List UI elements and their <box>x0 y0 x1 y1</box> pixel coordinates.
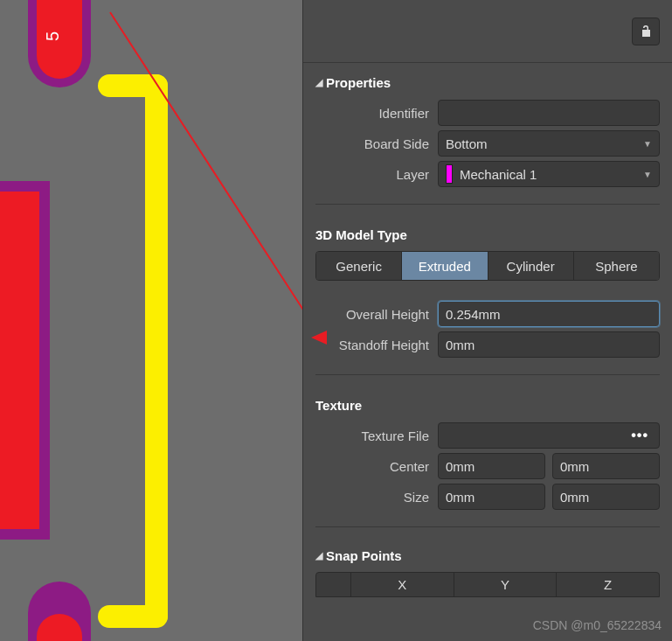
board-side-select[interactable]: Bottom ▼ <box>438 130 660 157</box>
section-header-properties[interactable]: ◢ Properties <box>315 70 660 95</box>
collapse-icon: ◢ <box>315 550 322 561</box>
unlock-button[interactable] <box>632 17 660 45</box>
model-type-segmented: Generic Extruded Cylinder Sphere <box>315 251 660 281</box>
browse-button[interactable]: ••• <box>631 428 652 443</box>
center-y-input[interactable] <box>552 453 660 479</box>
divider <box>315 374 660 375</box>
center-label: Center <box>315 459 429 474</box>
chevron-down-icon: ▼ <box>643 170 652 179</box>
snap-points-table-header: X Y Z <box>315 572 660 597</box>
texture-file-label: Texture File <box>315 428 429 443</box>
seg-cylinder[interactable]: Cylinder <box>488 252 574 280</box>
layer-label: Layer <box>315 167 429 182</box>
size-y-input[interactable] <box>552 484 660 510</box>
snap-points-title: Snap Points <box>326 548 402 563</box>
col-blank <box>316 573 351 596</box>
rect-copper <box>0 192 39 529</box>
overall-height-input[interactable] <box>438 301 660 327</box>
trace-segment <box>145 74 168 627</box>
seg-sphere[interactable]: Sphere <box>574 252 659 280</box>
unlock-icon <box>639 24 653 38</box>
col-y[interactable]: Y <box>454 573 558 596</box>
size-x-input[interactable] <box>438 484 545 510</box>
overall-height-label: Overall Height <box>315 307 429 322</box>
layer-value: Mechanical 1 <box>460 167 537 182</box>
board-side-value: Bottom <box>446 136 488 151</box>
properties-panel: ◢ Properties Identifier Board Side Botto… <box>302 0 672 641</box>
annotation-arrow <box>109 11 302 342</box>
divider <box>315 204 660 205</box>
center-x-input[interactable] <box>438 453 545 479</box>
divider <box>315 526 660 527</box>
model-type-title: 3D Model Type <box>315 220 660 247</box>
svg-marker-0 <box>311 331 327 345</box>
trace-segment <box>98 605 168 628</box>
layer-color-swatch <box>446 164 453 184</box>
panel-toolbar <box>303 0 672 63</box>
section-header-snap-points[interactable]: ◢ Snap Points <box>315 543 660 568</box>
chevron-down-icon: ▼ <box>643 139 652 149</box>
standoff-height-label: Standoff Height <box>315 338 429 352</box>
identifier-input[interactable] <box>438 100 660 126</box>
watermark: CSDN @m0_65222834 <box>533 618 662 632</box>
seg-extruded[interactable]: Extruded <box>402 252 488 280</box>
col-x[interactable]: X <box>351 573 454 596</box>
texture-file-input[interactable]: ••• <box>438 422 660 449</box>
annotation-arrow-head <box>311 331 327 345</box>
pad-designator: 5 <box>43 31 63 41</box>
board-side-label: Board Side <box>315 136 429 151</box>
identifier-label: Identifier <box>315 106 429 121</box>
size-label: Size <box>315 490 429 505</box>
collapse-icon: ◢ <box>315 77 322 88</box>
section-title-label: Properties <box>326 75 391 90</box>
pcb-canvas[interactable]: 5 <box>0 0 302 641</box>
texture-title: Texture <box>315 391 660 418</box>
col-z[interactable]: Z <box>557 573 659 596</box>
standoff-height-input[interactable] <box>438 331 660 358</box>
seg-generic[interactable]: Generic <box>316 252 402 280</box>
layer-select[interactable]: Mechanical 1 ▼ <box>438 161 660 187</box>
